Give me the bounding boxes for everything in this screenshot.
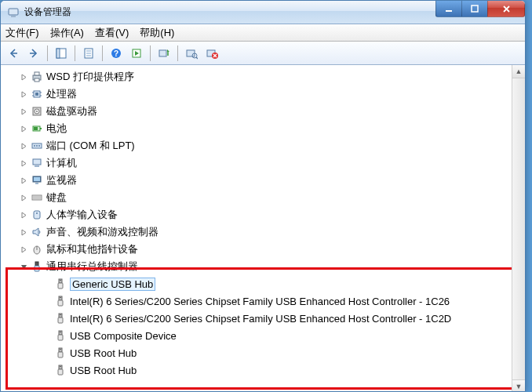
tree-node[interactable]: 通用串行总线控制器 <box>1 258 525 275</box>
svg-rect-66 <box>58 352 63 358</box>
tree-child-node[interactable]: USB Composite Device <box>1 327 525 344</box>
tree-node[interactable]: 人体学输入设备 <box>1 206 525 223</box>
usb-icon <box>31 260 43 273</box>
svg-rect-53 <box>60 280 61 281</box>
svg-point-36 <box>36 145 38 147</box>
expander-icon[interactable] <box>20 73 27 81</box>
svg-rect-23 <box>35 93 38 96</box>
tree-node-label: 监视器 <box>46 173 77 187</box>
svg-rect-38 <box>33 159 41 165</box>
content-area: WSD 打印提供程序处理器磁盘驱动器电池端口 (COM 和 LPT)计算机监视器… <box>1 65 525 392</box>
uninstall-button[interactable] <box>202 44 221 63</box>
expander-icon[interactable] <box>20 142 27 150</box>
tree-node-label: 声音、视频和游戏控制器 <box>46 225 159 239</box>
tree-node-label: USB Root Hub <box>70 365 137 376</box>
expander-icon[interactable] <box>20 263 27 270</box>
action-button[interactable] <box>127 44 146 63</box>
scroll-up-arrow[interactable]: ▲ <box>512 65 525 78</box>
svg-point-30 <box>36 111 38 112</box>
svg-rect-46 <box>34 211 40 219</box>
show-hide-tree-button[interactable] <box>52 44 71 63</box>
tree-node-label: Generic USB Hub <box>70 278 155 291</box>
expander-icon[interactable] <box>20 159 27 167</box>
svg-rect-13 <box>159 50 166 56</box>
svg-point-35 <box>34 145 35 147</box>
tree-child-node[interactable]: Generic USB Hub <box>1 275 525 292</box>
toolbar-separator <box>177 45 178 61</box>
tree-node[interactable]: 处理器 <box>1 85 525 103</box>
tree-node-label: USB Root Hub <box>70 347 137 359</box>
svg-rect-67 <box>59 365 62 369</box>
svg-point-37 <box>38 145 40 147</box>
tree-node[interactable]: 声音、视频和游戏控制器 <box>1 223 525 241</box>
battery-icon <box>31 122 43 135</box>
help-button[interactable]: ? <box>107 44 126 63</box>
window-title: 设备管理器 <box>24 5 71 19</box>
svg-rect-57 <box>58 300 63 306</box>
expander-icon[interactable] <box>20 90 27 98</box>
tree-node-label: 鼠标和其他指针设备 <box>46 242 138 256</box>
tree-node[interactable]: 鼠标和其他指针设备 <box>1 241 525 258</box>
tree-node-label: WSD 打印提供程序 <box>46 70 134 84</box>
usb-plug-icon <box>54 364 67 376</box>
expander-icon[interactable] <box>20 211 27 219</box>
svg-rect-63 <box>58 335 63 340</box>
scroll-down-arrow[interactable]: ▼ <box>512 379 525 392</box>
svg-rect-61 <box>59 331 62 335</box>
svg-rect-56 <box>60 297 61 298</box>
back-button[interactable] <box>4 44 23 63</box>
tree-node[interactable]: 磁盘驱动器 <box>1 103 525 120</box>
svg-rect-55 <box>59 296 62 300</box>
computer-icon <box>31 157 43 169</box>
expander-icon[interactable] <box>20 194 27 201</box>
tree-node[interactable]: WSD 打印提供程序 <box>1 68 525 85</box>
svg-rect-60 <box>58 318 63 323</box>
tree-child-node[interactable]: Intel(R) 6 Series/C200 Series Chipset Fa… <box>1 292 525 310</box>
maximize-button[interactable] <box>461 1 488 17</box>
svg-rect-2 <box>446 10 452 12</box>
forward-button[interactable] <box>24 44 43 63</box>
scan-hardware-button[interactable] <box>182 44 201 63</box>
svg-rect-52 <box>59 279 62 283</box>
close-button[interactable] <box>487 1 525 17</box>
tree-node[interactable]: 计算机 <box>1 154 525 172</box>
svg-rect-51 <box>35 266 39 271</box>
svg-rect-64 <box>59 348 62 352</box>
svg-rect-50 <box>35 262 38 266</box>
tree-node[interactable]: 端口 (COM 和 LPT) <box>1 137 525 154</box>
tree-node[interactable]: 监视器 <box>1 172 525 189</box>
svg-rect-62 <box>60 332 61 332</box>
menu-action[interactable]: 操作(A) <box>50 26 84 40</box>
properties-button[interactable] <box>79 44 98 63</box>
expander-icon[interactable] <box>20 245 27 253</box>
tree-node-label: Intel(R) 6 Series/C200 Series Chipset Fa… <box>70 296 450 307</box>
tree-node[interactable]: 电池 <box>1 120 525 137</box>
device-manager-window: 设备管理器 文件(F) 操作(A) 查看(V) 帮助(H) <box>0 0 526 392</box>
titlebar: 设备管理器 <box>1 1 525 24</box>
menu-view[interactable]: 查看(V) <box>95 26 129 40</box>
expander-icon[interactable] <box>20 176 27 184</box>
tree-node-label: 键盘 <box>46 191 67 205</box>
minimize-button[interactable] <box>435 1 462 17</box>
device-tree[interactable]: WSD 打印提供程序处理器磁盘驱动器电池端口 (COM 和 LPT)计算机监视器… <box>1 65 525 382</box>
svg-line-16 <box>196 57 198 59</box>
menu-help[interactable]: 帮助(H) <box>140 26 174 40</box>
svg-rect-42 <box>35 183 38 184</box>
menu-file[interactable]: 文件(F) <box>5 26 39 40</box>
app-icon <box>7 6 20 19</box>
toolbar-separator <box>47 45 48 61</box>
expander-icon[interactable] <box>20 107 27 115</box>
printer-icon <box>31 71 43 83</box>
svg-rect-54 <box>58 283 63 289</box>
tree-child-node[interactable]: USB Root Hub <box>1 344 525 361</box>
tree-node-label: 磁盘驱动器 <box>46 104 97 118</box>
update-driver-button[interactable] <box>155 44 173 63</box>
svg-rect-5 <box>56 49 60 58</box>
expander-icon[interactable] <box>20 228 27 236</box>
tree-child-node[interactable]: USB Root Hub <box>1 361 525 379</box>
vertical-scrollbar[interactable]: ▲ ▼ <box>512 65 525 392</box>
tree-node[interactable]: 键盘 <box>1 189 525 206</box>
tree-child-node[interactable]: Intel(R) 6 Series/C200 Series Chipset Fa… <box>1 310 525 327</box>
tree-node-label: 端口 (COM 和 LPT) <box>46 139 135 153</box>
expander-icon[interactable] <box>20 125 27 132</box>
